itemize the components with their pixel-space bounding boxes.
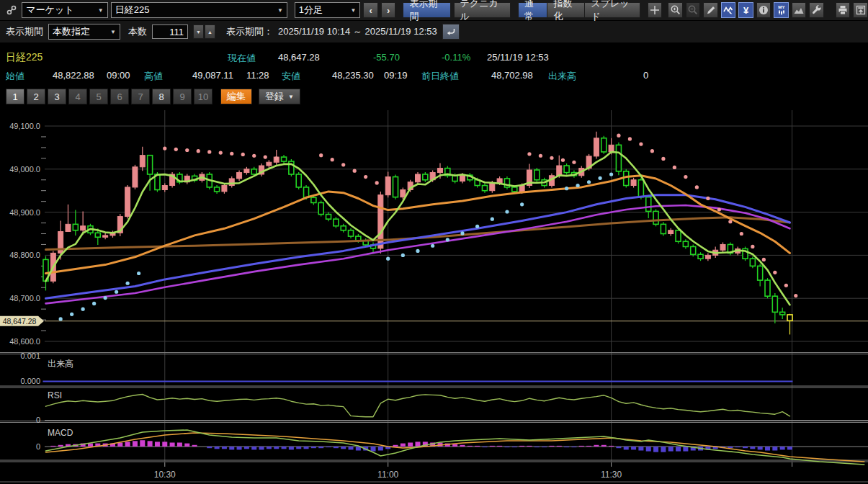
crosshair-icon <box>649 4 661 16</box>
interval-select-value: 1分足 <box>299 4 323 17</box>
svg-text:出来高: 出来高 <box>48 359 73 369</box>
technical-button[interactable]: テクニカル <box>454 2 511 18</box>
svg-text:48,900.0: 48,900.0 <box>9 208 40 217</box>
svg-text:11:30: 11:30 <box>601 470 622 480</box>
next-button[interactable]: › <box>381 2 396 18</box>
change-percent: -0.11% <box>442 52 470 63</box>
edit-label: 編集 <box>227 90 246 103</box>
reset-period-button[interactable] <box>442 24 460 40</box>
period-mode-select[interactable]: 本数指定▼ <box>48 24 120 40</box>
time-axis: 10:3011:0011:30 <box>154 462 792 480</box>
market-select-value: マーケット <box>26 4 73 17</box>
zoom-out-icon <box>687 4 699 16</box>
price-chart[interactable]: 49,100.049,000.048,900.048,800.048,700.0… <box>0 107 868 484</box>
current-value: 48,647.28 <box>278 52 320 63</box>
chart-tab-1[interactable]: 1 <box>6 89 24 104</box>
svg-text:0.001: 0.001 <box>20 351 40 360</box>
volume-value: 0 <box>643 70 648 81</box>
period-label: 表示期間 <box>6 25 43 38</box>
current-label: 現在値 <box>228 52 256 65</box>
indexed-mode-button[interactable]: 指数化 <box>547 2 584 18</box>
normal-mode-button[interactable]: 通常 <box>518 2 547 18</box>
chart-grid: 49,100.049,000.048,900.048,800.048,700.0… <box>0 110 868 482</box>
range-label: 表示期間： <box>226 25 273 38</box>
rsi-panel: RSI0 <box>36 390 868 424</box>
open-label: 始値 <box>6 70 24 83</box>
crosshair-button[interactable] <box>648 2 663 18</box>
print-button[interactable] <box>836 2 851 18</box>
svg-text:RSI: RSI <box>48 390 62 400</box>
edit-button[interactable]: 編集 <box>220 89 252 104</box>
svg-text:49,100.0: 49,100.0 <box>9 122 40 130</box>
market-select[interactable]: マーケット▼ <box>22 2 107 18</box>
line-cursor-button[interactable] <box>721 2 736 18</box>
zoom-out-button[interactable] <box>686 2 701 18</box>
technical-label: テクニカル <box>460 0 505 23</box>
low-time: 09:19 <box>384 70 408 81</box>
mountain-chart-icon <box>793 4 805 16</box>
symbol-select[interactable]: 日経225▼ <box>111 2 287 18</box>
count-input[interactable]: 111 <box>152 24 188 39</box>
yen-icon: ¥ <box>743 5 748 16</box>
svg-text:48,647.28: 48,647.28 <box>3 317 37 326</box>
chevron-down-icon: ▼ <box>98 7 104 14</box>
chart-tab-4[interactable]: 4 <box>68 89 87 104</box>
chevron-down-icon: ▼ <box>351 7 357 14</box>
prev-icon: ‹ <box>370 5 372 16</box>
chart-tab-9[interactable]: 9 <box>173 89 192 104</box>
candlestick-panel: 48,647.28 <box>0 132 868 335</box>
chevron-down-icon: ▼ <box>277 7 283 14</box>
export-button[interactable] <box>853 2 868 18</box>
count-up-button[interactable]: ▲ <box>205 24 215 39</box>
zoom-in-icon <box>670 4 681 16</box>
high-value: 49,087.11 <box>192 70 233 81</box>
chart-number-tabs: 12345678910 <box>6 89 212 104</box>
svg-text:0: 0 <box>36 416 40 424</box>
chart-tab-10[interactable]: 10 <box>194 89 212 104</box>
info-button[interactable] <box>756 2 771 18</box>
interval-select[interactable]: 1分足▼ <box>295 2 361 18</box>
my-chart-button[interactable]: MY <box>774 2 789 18</box>
register-label: 登録 <box>265 90 284 103</box>
high-label: 高値 <box>144 70 163 83</box>
draw-button[interactable] <box>703 2 718 18</box>
zoom-in-button[interactable] <box>668 2 683 18</box>
settings-button[interactable] <box>809 2 824 18</box>
chart-tab-2[interactable]: 2 <box>27 89 45 104</box>
quote-datetime: 25/11/19 12:53 <box>487 52 549 63</box>
my-chart-icon: MY <box>776 4 787 16</box>
chart-tab-5[interactable]: 5 <box>89 89 108 104</box>
svg-text:11:00: 11:00 <box>377 470 398 480</box>
pencil-icon <box>705 4 717 16</box>
symbol-select-value: 日経225 <box>115 4 150 17</box>
open-value: 48,822.88 <box>53 70 94 81</box>
info-icon <box>758 4 769 16</box>
prev-button[interactable]: ‹ <box>363 2 378 18</box>
prev-close-label: 前日終値 <box>421 70 459 83</box>
next-icon: › <box>387 5 390 16</box>
link-icon[interactable] <box>4 2 19 18</box>
spread-mode-button[interactable]: スプレッド <box>584 2 640 18</box>
printer-icon <box>837 4 849 16</box>
count-value: 111 <box>169 27 184 37</box>
chart-mode-segment: 通常 指数化 スプレッド <box>518 2 640 18</box>
display-period-button[interactable]: 表示期間 <box>403 2 450 18</box>
export-icon <box>855 4 867 16</box>
chart-tab-7[interactable]: 7 <box>131 89 150 104</box>
change-value: -55.70 <box>373 52 400 63</box>
register-button[interactable]: 登録▼ <box>259 89 300 104</box>
area-chart-button[interactable] <box>792 2 807 18</box>
svg-text:0: 0 <box>36 442 40 451</box>
quote-panel: 日経225 現在値 48,647.28 -55.70 -0.11% 25/11/… <box>0 42 868 86</box>
volume-label: 出来高 <box>548 70 576 83</box>
chart-tab-8[interactable]: 8 <box>152 89 171 104</box>
count-down-button[interactable]: ▼ <box>193 24 204 39</box>
count-label: 本数 <box>128 25 147 38</box>
macd-panel: MACD0 <box>36 428 868 465</box>
range-value: 2025/11/19 10:14 ～ 2025/11/19 12:53 <box>278 25 437 38</box>
yen-button[interactable]: ¥ <box>738 2 753 18</box>
chart-tab-3[interactable]: 3 <box>48 89 66 104</box>
low-label: 安値 <box>282 70 300 83</box>
chart-tab-6[interactable]: 6 <box>110 89 129 104</box>
svg-text:10:30: 10:30 <box>154 470 176 480</box>
